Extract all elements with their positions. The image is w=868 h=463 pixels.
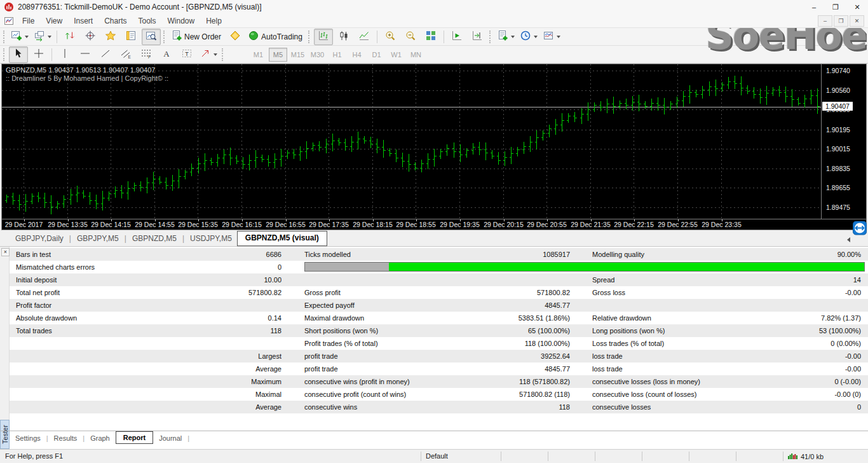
chart-tab-5[interactable]: GBPNZD,M5 (visual) — [237, 231, 327, 246]
line-chart-button[interactable] — [355, 29, 374, 45]
report-cell: 4845.77 — [465, 301, 570, 309]
tab-scroll-left-icon[interactable] — [846, 235, 852, 246]
profile-menu[interactable]: Default — [426, 452, 448, 460]
report-cell: 5383.51 (1.86%) — [465, 314, 570, 322]
templates-button[interactable] — [541, 29, 562, 45]
report-cell: Profit trades (% of total) — [304, 340, 463, 347]
trendline-button[interactable] — [96, 46, 115, 63]
tester-tab-results[interactable]: Results — [48, 432, 83, 445]
report-cell: Gross loss — [592, 289, 764, 296]
indicators-button[interactable] — [495, 29, 517, 45]
bar-chart-button[interactable] — [314, 29, 333, 45]
menu-item-tools[interactable]: Tools — [133, 15, 162, 27]
new-order-button[interactable]: New Order — [169, 29, 224, 45]
menu-item-insert[interactable]: Insert — [68, 15, 98, 27]
strategy-tester-button[interactable] — [142, 29, 161, 45]
report-cell: 0 (0.00%) — [764, 340, 861, 347]
timeframe-w1-button[interactable]: W1 — [387, 48, 405, 62]
mdi-minimize-button[interactable]: – — [818, 15, 832, 27]
timeframe-m30-button[interactable]: M30 — [308, 48, 327, 62]
auto-scroll-button[interactable] — [447, 29, 466, 45]
report-cell: 4845.77 — [465, 365, 570, 373]
report-cell: Average — [200, 365, 281, 373]
report-cell: Expected payoff — [304, 301, 463, 309]
chart-tab-1[interactable]: GBPJPY,Daily — [10, 232, 69, 246]
report-cell: 39252.64 — [465, 352, 570, 360]
status-divider — [421, 452, 421, 461]
close-button[interactable]: ✕ — [846, 0, 868, 14]
arrows-button[interactable] — [198, 46, 219, 63]
timeframe-mn-button[interactable]: MN — [407, 48, 425, 62]
zoomin-icon — [384, 30, 396, 44]
minimize-button[interactable]: – — [803, 0, 825, 14]
timeframe-m15-button[interactable]: M15 — [288, 48, 307, 62]
metaeditor-button[interactable] — [226, 29, 245, 45]
autotrading-button[interactable]: AutoTrading — [246, 29, 306, 45]
mdi-close-button[interactable]: ✕ — [850, 15, 864, 27]
timeframe-m1-button[interactable]: M1 — [249, 48, 268, 62]
restore-button[interactable]: ❐ — [825, 0, 846, 14]
tester-side-tab[interactable]: Tester — [0, 420, 10, 449]
chart-tab-2[interactable]: GBPJPY,M5 — [72, 232, 124, 246]
mdi-restore-button[interactable]: ❐ — [834, 15, 848, 27]
tester-tab-journal[interactable]: Journal — [153, 432, 187, 445]
time-axis[interactable]: 29 Dec 201729 Dec 13:3529 Dec 14:1529 De… — [2, 219, 866, 230]
tester-side-strip: × Tester — [0, 247, 10, 449]
timeframe-d1-button[interactable]: D1 — [367, 48, 386, 62]
tester-tab-graph[interactable]: Graph — [85, 432, 116, 445]
market-watch-button[interactable] — [60, 29, 79, 45]
price-scale[interactable]: 1.907401.905601.903801.901951.900151.898… — [821, 64, 866, 219]
tester-tab-settings[interactable]: Settings — [10, 432, 46, 445]
report-cell: Bars in test — [16, 251, 200, 258]
terminal-icon — [125, 30, 137, 44]
fibonacci-button[interactable]: F — [137, 46, 156, 63]
chart-shift-button[interactable] — [468, 29, 487, 45]
menu-item-view[interactable]: View — [40, 15, 68, 27]
window-title: 2089776351: Tickmill-DemoUK - Demo Accou… — [18, 3, 261, 11]
menu-item-help[interactable]: Help — [200, 15, 227, 27]
periods-button[interactable] — [518, 29, 539, 45]
cursor-button[interactable] — [9, 46, 28, 63]
timeframe-h1-button[interactable]: H1 — [328, 48, 346, 62]
report-cell: Average — [200, 403, 281, 411]
timeframe-m5-button[interactable]: M5 — [269, 48, 287, 62]
report-cell: Gross profit — [304, 289, 463, 296]
menu-item-window[interactable]: Window — [162, 15, 201, 27]
tester-tab-report[interactable]: Report — [116, 431, 153, 444]
report-cell: consecutive profit (count of wins) — [304, 390, 463, 398]
profiles-button[interactable] — [32, 29, 53, 45]
zoom-in-button[interactable] — [381, 29, 400, 45]
candlestick-button[interactable] — [334, 29, 353, 45]
navigator-button[interactable] — [101, 29, 120, 45]
equidistant-channel-button[interactable]: E — [116, 46, 135, 63]
report-cell: Mismatched charts errors — [16, 263, 200, 271]
terminal-button[interactable] — [121, 29, 140, 45]
price-scale-label: 1.89655 — [826, 184, 850, 191]
datawin-icon — [85, 30, 96, 44]
price-chart[interactable]: GBPNZD,M5 1.90437 1.90513 1.90407 1.9040… — [2, 64, 821, 219]
data-window-button[interactable] — [81, 29, 100, 45]
text-label-button[interactable]: T — [177, 46, 196, 63]
report-cell: 571800.82 — [465, 289, 570, 296]
crosshair-button[interactable] — [29, 46, 48, 63]
menu-item-charts[interactable]: Charts — [98, 15, 132, 27]
report-cell: loss trade — [592, 365, 764, 373]
timeframe-h4-button[interactable]: H4 — [348, 48, 366, 62]
menu-item-file[interactable]: File — [17, 15, 40, 27]
chart-tab-4[interactable]: USDJPY,M5 — [185, 232, 237, 246]
new-chart-button[interactable] — [9, 29, 31, 45]
window-controls: –❐✕ — [803, 0, 868, 14]
tiles-icon — [425, 30, 437, 44]
chart-tab-3[interactable]: GBPNZD,M5 — [127, 232, 182, 246]
vertical-line-button[interactable] — [55, 46, 74, 63]
teamviewer-icon[interactable] — [853, 220, 867, 239]
text-button[interactable]: A — [157, 46, 176, 63]
zoomout-icon — [405, 30, 416, 44]
report-cell: 0 — [200, 263, 281, 271]
tile-windows-button[interactable] — [421, 29, 440, 45]
cursor-icon — [13, 48, 24, 62]
tester-close-button[interactable]: × — [1, 248, 10, 256]
horizontal-line-button[interactable] — [76, 46, 95, 63]
drawing-toolbar: EFATM1M5M15M30H1H4D1W1MN — [0, 46, 868, 64]
zoom-out-button[interactable] — [401, 29, 420, 45]
